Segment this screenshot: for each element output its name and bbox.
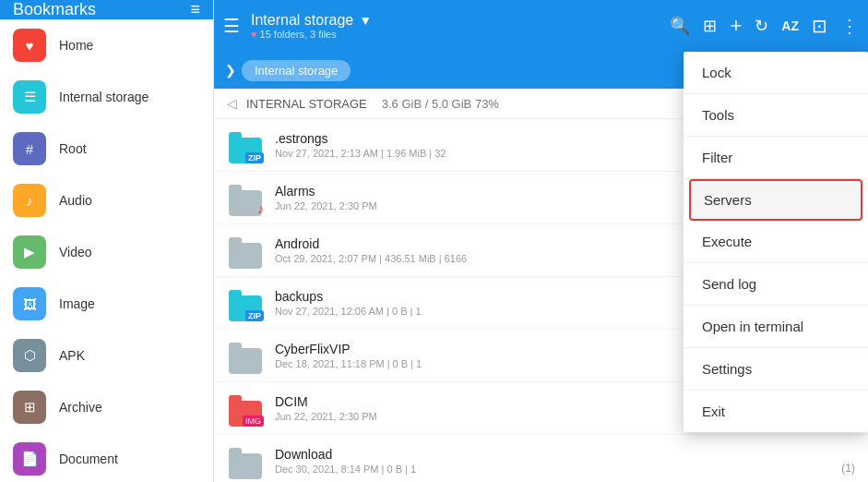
sidebar-item-apk[interactable]: ⬡ APK xyxy=(0,330,213,381)
search-icon[interactable]: 🔍 xyxy=(670,16,690,36)
video-label: Video xyxy=(59,245,92,259)
sidebar-item-video[interactable]: ▶ Video xyxy=(0,226,213,278)
archive-icon: ⊞ xyxy=(13,391,46,424)
dropdown-menu: LockToolsFilterServersExecuteSend logOpe… xyxy=(684,52,868,432)
dropdown-item-execute[interactable]: Execute xyxy=(684,221,868,263)
dropdown-item-servers[interactable]: Servers xyxy=(689,179,862,221)
file-item[interactable]: Download Dec 30, 2021, 8:14 PM | 0 B | 1 xyxy=(214,435,868,482)
audio-label: Audio xyxy=(59,193,92,208)
home-icon: ♥ xyxy=(13,29,46,62)
sidebar-header: Bookmarks ≡ xyxy=(0,0,213,19)
subtitle-text: 15 folders, 3 files xyxy=(260,29,337,40)
internal-storage-icon: ☰ xyxy=(13,80,46,114)
sidebar: Bookmarks ≡ ♥ Home ☰ Internal storage # … xyxy=(0,0,214,482)
title-dropdown-arrow[interactable]: ▼ xyxy=(359,13,372,28)
az-sort-icon[interactable]: AZ xyxy=(781,18,799,33)
dropdown-item-filter[interactable]: Filter xyxy=(684,137,868,179)
main-header: ☰ Internal storage ▼ ♥ 15 folders, 3 fil… xyxy=(214,0,868,52)
root-icon: # xyxy=(13,132,46,165)
document-icon: 📄 xyxy=(13,442,46,476)
internal-storage-label: Internal storage xyxy=(59,90,149,104)
storage-bar-icon: ◁ xyxy=(227,96,237,111)
title-block: Internal storage ▼ ♥ 15 folders, 3 files xyxy=(251,12,662,40)
filter-icon[interactable]: ≡ xyxy=(190,0,200,19)
storage-info: 3.6 GiB / 5.0 GiB 73% xyxy=(382,97,499,111)
dropdown-item-tools[interactable]: Tools xyxy=(684,94,868,137)
main-title: Internal storage xyxy=(251,12,353,29)
audio-icon: ♪ xyxy=(13,184,46,217)
sidebar-item-root[interactable]: # Root xyxy=(0,123,213,175)
apk-label: APK xyxy=(59,348,85,363)
add-icon[interactable]: + xyxy=(730,14,742,38)
main-panel: ☰ Internal storage ▼ ♥ 15 folders, 3 fil… xyxy=(214,0,868,482)
apk-icon: ⬡ xyxy=(13,339,46,372)
root-label: Root xyxy=(59,141,87,156)
dropdown-item-lock[interactable]: Lock xyxy=(684,52,868,94)
sidebar-item-document[interactable]: 📄 Document xyxy=(0,433,213,482)
file-name: Download xyxy=(275,447,855,462)
tab-internal-storage[interactable]: Internal storage xyxy=(242,60,351,81)
file-details: Download Dec 30, 2021, 8:14 PM | 0 B | 1 xyxy=(275,447,855,475)
sidebar-title: Bookmarks xyxy=(13,0,96,19)
dropdown-item-settings[interactable]: Settings xyxy=(684,348,868,391)
title-row: Internal storage ▼ xyxy=(251,12,662,29)
document-label: Document xyxy=(59,452,118,466)
heart-icon: ♥ xyxy=(251,29,257,40)
video-icon: ▶ xyxy=(13,235,46,269)
image-icon: 🖼 xyxy=(13,287,46,320)
dropdown-item-open-terminal[interactable]: Open in terminal xyxy=(684,306,868,348)
header-icons: 🔍 ⊞ + ↻ AZ ⊡ ⋮ xyxy=(670,14,859,38)
refresh-icon[interactable]: ↻ xyxy=(755,16,768,36)
more-icon[interactable]: ⋮ xyxy=(840,15,859,37)
home-label: Home xyxy=(59,38,93,53)
grid-view-icon[interactable]: ⊞ xyxy=(703,16,717,36)
dropdown-item-exit[interactable]: Exit xyxy=(684,391,868,432)
image-label: Image xyxy=(59,296,95,311)
sidebar-item-internal-storage[interactable]: ☰ Internal storage xyxy=(0,71,213,123)
tab-chevron-icon[interactable]: ❯ xyxy=(225,63,236,78)
hamburger-icon[interactable]: ☰ xyxy=(223,15,240,37)
sidebar-item-home[interactable]: ♥ Home xyxy=(0,19,213,71)
sidebar-item-audio[interactable]: ♪ Audio xyxy=(0,175,213,226)
storage-label: INTERNAL STORAGE xyxy=(246,97,367,111)
archive-label: Archive xyxy=(59,400,102,415)
bottom-count: (1) xyxy=(841,462,855,475)
sidebar-item-image[interactable]: 🖼 Image xyxy=(0,278,213,330)
select-icon[interactable]: ⊡ xyxy=(812,15,827,37)
sidebar-item-archive[interactable]: ⊞ Archive xyxy=(0,381,213,433)
file-meta: Dec 30, 2021, 8:14 PM | 0 B | 1 xyxy=(275,464,855,475)
dropdown-item-send-log[interactable]: Send log xyxy=(684,263,868,306)
